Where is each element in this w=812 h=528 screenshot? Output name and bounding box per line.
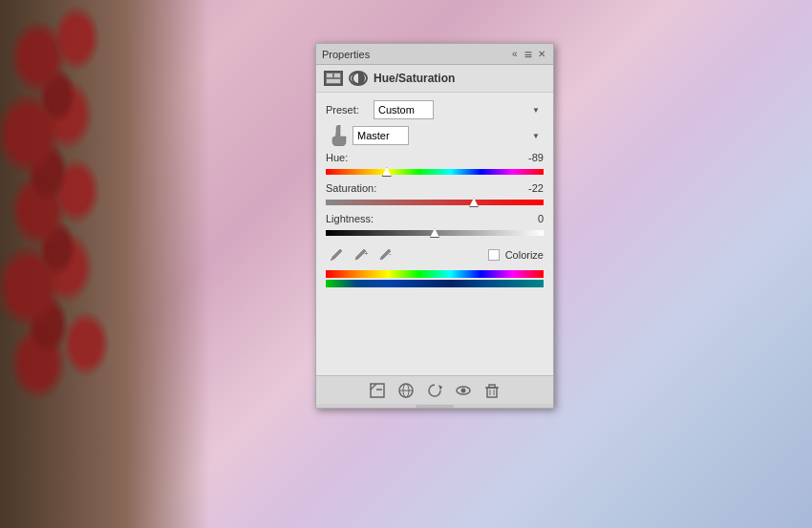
- lightness-label: Lightness:: [326, 213, 374, 224]
- eyedropper-group: + -: [326, 244, 396, 265]
- preset-select-wrapper: Custom Default Cyanotype Sepia ▼: [374, 100, 544, 119]
- clip-to-layer-button[interactable]: [367, 380, 388, 401]
- saturation-track: [326, 200, 544, 205]
- eyedropper-add-icon[interactable]: +: [351, 244, 372, 265]
- lightness-slider-track-container[interactable]: [326, 226, 544, 240]
- saturation-header: Saturation: -22: [326, 182, 544, 194]
- svg-rect-3: [327, 79, 340, 83]
- menu-button[interactable]: ≡: [524, 47, 532, 62]
- svg-rect-2: [334, 74, 340, 77]
- visibility-button[interactable]: [453, 380, 474, 401]
- preset-label: Preset:: [326, 104, 374, 116]
- saturation-value: -22: [515, 182, 544, 194]
- minimize-button[interactable]: «: [509, 49, 521, 60]
- properties-panel: Properties « ≡ ✕ Hue/Saturation: [315, 43, 554, 409]
- adjustment-layer-icon: [324, 71, 343, 86]
- svg-rect-1: [327, 74, 332, 77]
- source-color-bar: [326, 270, 544, 278]
- finger-cursor-icon[interactable]: [326, 125, 353, 146]
- panel-footer: [316, 375, 553, 404]
- channel-row: Master Reds Yellows Greens Cyans Blues M…: [326, 125, 544, 146]
- preset-select[interactable]: Custom Default Cyanotype Sepia: [374, 100, 434, 119]
- preset-row: Preset: Custom Default Cyanotype Sepia ▼: [326, 100, 544, 119]
- svg-rect-8: [371, 384, 384, 397]
- saturation-label: Saturation:: [326, 182, 376, 194]
- svg-marker-11: [438, 385, 442, 391]
- saturation-section: Saturation: -22: [326, 182, 544, 209]
- colorize-checkbox[interactable]: [488, 249, 500, 261]
- eyedropper-colorize-row: + - Colorize: [326, 243, 544, 266]
- hue-header: Hue: -89: [326, 152, 544, 163]
- circle-icon: [349, 71, 368, 86]
- result-color-bar: [326, 280, 544, 287]
- hue-track: [326, 169, 544, 175]
- svg-rect-14: [487, 388, 497, 397]
- channel-select-wrapper: Master Reds Yellows Greens Cyans Blues M…: [353, 126, 544, 145]
- colorize-label: Colorize: [505, 249, 544, 261]
- panel-header: Hue/Saturation: [316, 65, 553, 93]
- panel-content: Preset: Custom Default Cyanotype Sepia ▼: [316, 93, 553, 375]
- svg-point-5: [331, 259, 332, 261]
- eyedropper-subtract-icon[interactable]: -: [375, 244, 396, 265]
- delete-button[interactable]: [481, 380, 502, 401]
- color-bars: [326, 270, 544, 287]
- preset-select-arrow: ▼: [532, 106, 540, 115]
- hue-label: Hue:: [326, 152, 348, 163]
- lightness-section: Lightness: 0: [326, 213, 544, 240]
- channel-select[interactable]: Master Reds Yellows Greens Cyans Blues M…: [353, 126, 409, 145]
- hue-section: Hue: -89: [326, 152, 544, 179]
- svg-text:-: -: [389, 249, 392, 258]
- lightness-header: Lightness: 0: [326, 213, 544, 224]
- reset-button[interactable]: [424, 380, 445, 401]
- ivy-overlay: [0, 0, 153, 528]
- view-previous-button[interactable]: [395, 380, 417, 401]
- hue-slider-track-container[interactable]: [326, 165, 544, 179]
- panel-title: Properties: [322, 49, 370, 60]
- svg-point-13: [461, 388, 466, 392]
- header-title: Hue/Saturation: [374, 72, 455, 85]
- panel-scrollbar: [316, 404, 553, 408]
- channel-select-arrow: ▼: [532, 132, 540, 140]
- eyedropper-sample-icon[interactable]: [326, 244, 347, 265]
- hue-value: -89: [515, 152, 544, 163]
- title-controls: « ≡ ✕: [509, 47, 547, 62]
- panel-titlebar: Properties « ≡ ✕: [316, 44, 553, 65]
- lightness-value: 0: [515, 213, 544, 224]
- svg-text:+: +: [364, 249, 369, 258]
- saturation-slider-track-container[interactable]: [326, 196, 544, 209]
- colorize-row: Colorize: [488, 249, 544, 261]
- close-button[interactable]: ✕: [536, 49, 547, 60]
- empty-area: [326, 291, 544, 368]
- scrollbar-thumb: [416, 405, 454, 408]
